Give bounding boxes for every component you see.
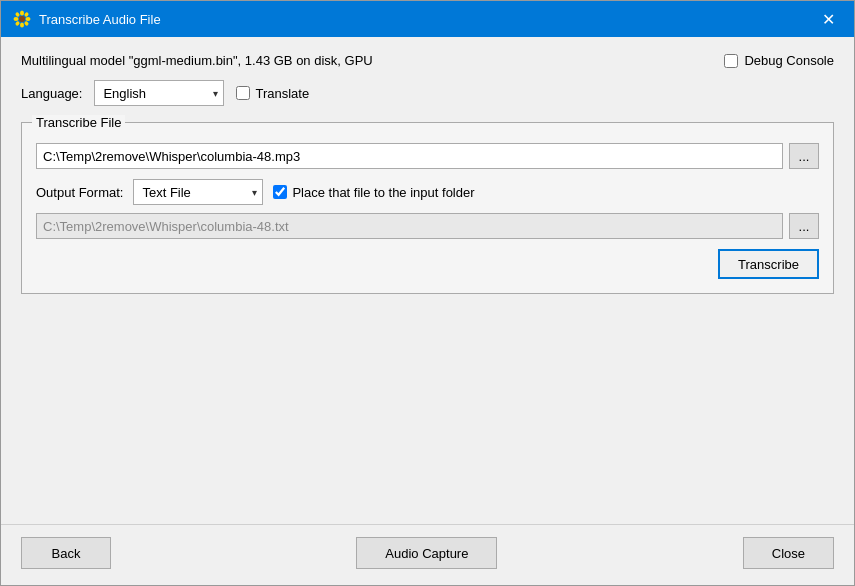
title-bar: Transcribe Audio File ✕	[1, 1, 854, 37]
output-file-row: ...	[36, 213, 819, 239]
window-title: Transcribe Audio File	[39, 12, 161, 27]
title-bar-left: Transcribe Audio File	[13, 10, 161, 28]
svg-point-6	[24, 12, 30, 18]
app-icon	[13, 10, 31, 28]
svg-point-3	[14, 17, 19, 21]
audio-file-row: ...	[36, 143, 819, 169]
info-row: Multilingual model "ggml-medium.bin", 1.…	[21, 53, 834, 68]
language-dropdown[interactable]: English French Spanish German Italian Ch…	[94, 80, 224, 106]
svg-point-8	[24, 21, 30, 27]
output-format-row: Output Format: Text File SRT VTT JSON ▾ …	[36, 179, 819, 205]
language-row: Language: English French Spanish German …	[21, 80, 834, 106]
model-info-text: Multilingual model "ggml-medium.bin", 1.…	[21, 53, 373, 68]
translate-label: Translate	[255, 86, 309, 101]
group-legend: Transcribe File	[32, 115, 125, 130]
close-window-button[interactable]: ✕	[814, 5, 842, 33]
debug-console-checkbox[interactable]	[724, 54, 738, 68]
transcribe-button-row: Transcribe	[36, 249, 819, 279]
output-format-label: Output Format:	[36, 185, 123, 200]
audio-browse-button[interactable]: ...	[789, 143, 819, 169]
close-button[interactable]: Close	[743, 537, 834, 569]
place-file-label: Place that file to the input folder	[292, 185, 474, 200]
language-label: Language:	[21, 86, 82, 101]
svg-point-0	[19, 16, 25, 22]
debug-console-area: Debug Console	[724, 53, 834, 68]
language-dropdown-wrapper: English French Spanish German Italian Ch…	[94, 80, 224, 106]
audio-capture-button[interactable]: Audio Capture	[356, 537, 497, 569]
svg-point-7	[15, 21, 21, 27]
output-browse-button[interactable]: ...	[789, 213, 819, 239]
content-area: Multilingual model "ggml-medium.bin", 1.…	[1, 37, 854, 524]
transcribe-button[interactable]: Transcribe	[718, 249, 819, 279]
output-format-dropdown[interactable]: Text File SRT VTT JSON	[133, 179, 263, 205]
translate-checkbox[interactable]	[236, 86, 250, 100]
svg-point-5	[15, 12, 21, 18]
svg-point-4	[26, 17, 31, 21]
translate-checkbox-label[interactable]: Translate	[236, 86, 309, 101]
svg-point-2	[20, 23, 24, 28]
output-format-dropdown-wrapper: Text File SRT VTT JSON ▾	[133, 179, 263, 205]
place-file-checkbox[interactable]	[273, 185, 287, 199]
debug-console-label[interactable]: Debug Console	[744, 53, 834, 68]
main-window: Transcribe Audio File ✕ Multilingual mod…	[0, 0, 855, 586]
audio-file-input[interactable]	[36, 143, 783, 169]
svg-point-1	[20, 11, 24, 16]
transcribe-file-group: Transcribe File ... Output Format: Text …	[21, 122, 834, 294]
bottom-bar: Back Audio Capture Close	[1, 524, 854, 585]
output-file-input[interactable]	[36, 213, 783, 239]
place-file-checkbox-label[interactable]: Place that file to the input folder	[273, 185, 474, 200]
back-button[interactable]: Back	[21, 537, 111, 569]
